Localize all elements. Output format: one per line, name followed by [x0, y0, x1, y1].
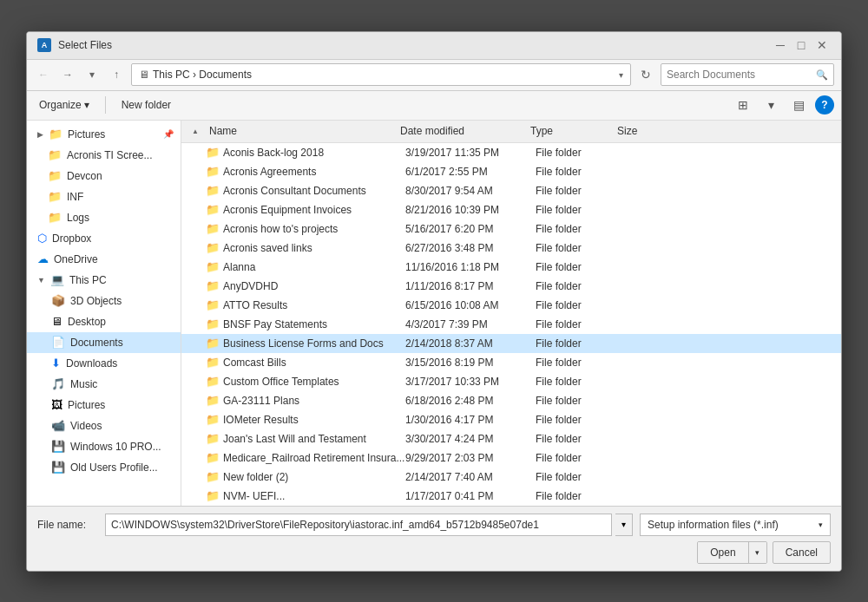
- sidebar-item-pictures-pin[interactable]: ▶ 📁 Pictures 📌: [27, 124, 181, 145]
- filename-dropdown-button[interactable]: ▾: [615, 514, 633, 536]
- table-row[interactable]: 📁 Acronis Consultant Documents 8/30/2017…: [181, 181, 841, 200]
- sidebar-item-3d-objects[interactable]: 📦 3D Objects: [27, 291, 181, 311]
- sidebar-item-onedrive[interactable]: ☁ OneDrive: [27, 249, 181, 270]
- table-row[interactable]: 📁 Custom Office Templates 3/17/2017 10:3…: [181, 372, 841, 391]
- music-icon: 🎵: [51, 377, 65, 390]
- dialog-title: Select Files: [58, 39, 112, 51]
- sidebar-label: 3D Objects: [70, 295, 122, 307]
- col-header-size[interactable]: Size: [614, 125, 838, 137]
- folder-icon: 📁: [49, 128, 62, 141]
- sidebar-label: Devcon: [67, 170, 102, 182]
- table-row[interactable]: 📁 Acronis how to's projects 5/16/2017 6:…: [181, 219, 841, 239]
- sidebar-item-logs[interactable]: 📁 Logs: [27, 207, 181, 228]
- sidebar-item-devcon[interactable]: 📁 Devcon: [27, 166, 181, 186]
- table-row[interactable]: 📁 ATTO Results 6/15/2016 10:08 AM File f…: [181, 296, 841, 315]
- documents-icon: 📄: [51, 336, 65, 349]
- sidebar-item-documents[interactable]: 📄 Documents: [27, 332, 181, 353]
- file-type: File folder: [536, 280, 622, 292]
- folder-icon: 📁: [206, 165, 220, 178]
- sidebar-item-downloads[interactable]: ⬇ Downloads: [27, 353, 181, 374]
- sidebar-item-pictures[interactable]: 🖼 Pictures: [27, 395, 181, 416]
- table-row[interactable]: 📁 IOMeter Results 1/30/2016 4:17 PM File…: [181, 410, 841, 429]
- file-type: File folder: [536, 299, 622, 311]
- table-row[interactable]: 📁 Acronis Equipment Invoices 8/21/2016 1…: [181, 200, 841, 219]
- view-dropdown-button[interactable]: ▾: [760, 94, 782, 116]
- buttons-row: Open ▾ Cancel: [37, 541, 831, 564]
- file-type: File folder: [536, 223, 622, 235]
- table-row[interactable]: 📁 GA-23111 Plans 6/18/2016 2:48 PM File …: [181, 391, 841, 410]
- file-type: File folder: [536, 395, 622, 407]
- search-input[interactable]: [667, 69, 812, 81]
- file-list-container: ▲ Name Date modified Type Size 📁 Acon: [181, 121, 841, 506]
- up-button[interactable]: ↑: [107, 65, 126, 84]
- filetype-select[interactable]: Setup information files (*.inf) ▾: [640, 514, 831, 536]
- organize-label: Organize: [39, 99, 82, 111]
- sidebar-item-desktop[interactable]: 🖥 Desktop: [27, 311, 181, 332]
- minimize-button[interactable]: ─: [772, 36, 789, 54]
- file-name: Medicare_Railroad Retirement Insura...: [223, 452, 405, 464]
- file-type: File folder: [536, 166, 622, 178]
- new-folder-button[interactable]: New folder: [116, 96, 176, 114]
- cancel-button[interactable]: Cancel: [773, 541, 831, 564]
- sidebar-item-this-pc[interactable]: ▼ 💻 This PC: [27, 270, 181, 291]
- recent-button[interactable]: ▾: [82, 65, 102, 84]
- table-row[interactable]: 📁 Medicare_Railroad Retirement Insura...…: [181, 448, 841, 468]
- forward-button[interactable]: →: [58, 65, 77, 84]
- file-date: 3/30/2017 4:24 PM: [405, 433, 536, 445]
- sidebar-item-videos[interactable]: 📹 Videos: [27, 416, 181, 436]
- table-row[interactable]: 📁 Business License Forms and Docs 2/14/2…: [181, 334, 841, 353]
- table-row[interactable]: 📁 Alanna 11/16/2016 1:18 PM File folder: [181, 258, 841, 277]
- videos-icon: 📹: [51, 419, 65, 432]
- filetype-value: Setup information files (*.inf): [648, 519, 779, 531]
- col-header-name[interactable]: Name: [206, 125, 397, 137]
- sidebar-item-acronis-ti[interactable]: 📁 Acronis TI Scree...: [27, 145, 181, 166]
- refresh-button[interactable]: ↻: [636, 65, 655, 84]
- col-header-date[interactable]: Date modified: [397, 125, 527, 137]
- table-row[interactable]: 📁 Acronis saved links 6/27/2016 3:48 PM …: [181, 239, 841, 258]
- help-button[interactable]: ?: [815, 95, 834, 115]
- table-row[interactable]: 📁 Joan's Last Will and Testament 3/30/20…: [181, 429, 841, 448]
- check-all[interactable]: ▲: [185, 128, 206, 135]
- table-row[interactable]: 📁 AnyDVDHD 1/11/2016 8:17 PM File folder: [181, 277, 841, 296]
- view-pane-button[interactable]: ▤: [787, 94, 810, 116]
- filename-input[interactable]: [105, 514, 612, 536]
- organize-button[interactable]: Organize ▾: [34, 96, 95, 114]
- table-row[interactable]: 📁 BNSF Pay Statements 4/3/2017 7:39 PM F…: [181, 315, 841, 334]
- maximize-button[interactable]: □: [792, 36, 810, 54]
- file-date: 1/30/2016 4:17 PM: [405, 414, 536, 426]
- table-row[interactable]: 📁 Aconis Back-log 2018 3/19/2017 11:35 P…: [181, 143, 841, 162]
- folder-icon: 📁: [48, 148, 62, 161]
- open-dropdown-button[interactable]: ▾: [749, 542, 766, 563]
- sidebar-label: Pictures: [68, 399, 105, 411]
- sidebar-label: INF: [67, 191, 83, 203]
- file-type: File folder: [536, 490, 622, 502]
- sidebar-label: Downloads: [66, 357, 117, 370]
- file-name: Acronis how to's projects: [223, 223, 405, 235]
- open-button[interactable]: Open: [698, 542, 747, 563]
- col-header-type[interactable]: Type: [527, 125, 614, 137]
- sidebar: ▶ 📁 Pictures 📌 📁 Acronis TI Scree... 📁 D…: [27, 121, 181, 506]
- table-row[interactable]: 📁 Comcast Bills 3/15/2016 8:19 PM File f…: [181, 353, 841, 372]
- table-row[interactable]: 📁 New folder (2) 2/14/2017 7:40 AM File …: [181, 468, 841, 487]
- desktop-icon: 🖥: [51, 315, 62, 328]
- back-button[interactable]: ←: [34, 65, 53, 84]
- folder-icon: 📁: [206, 184, 220, 197]
- table-row[interactable]: 📁 NVM- UEFI... 1/17/2017 0:41 PM File fo…: [181, 487, 841, 506]
- file-type: File folder: [536, 261, 622, 273]
- address-path[interactable]: 🖥 This PC › Documents ▾: [131, 63, 631, 86]
- sidebar-item-music[interactable]: 🎵 Music: [27, 374, 181, 395]
- file-name: Custom Office Templates: [223, 376, 405, 388]
- close-button[interactable]: ✕: [813, 36, 831, 54]
- folder-icon: 📁: [206, 279, 220, 292]
- sidebar-item-old-users[interactable]: 💾 Old Users Profile...: [27, 457, 181, 478]
- sidebar-item-windows10[interactable]: 💾 Windows 10 PRO...: [27, 436, 181, 457]
- sidebar-item-dropbox[interactable]: ⬡ Dropbox: [27, 228, 181, 249]
- view-dropdown-icon: ▾: [768, 98, 774, 112]
- table-row[interactable]: 📁 Acronis Agreements 6/1/2017 2:55 PM Fi…: [181, 162, 841, 181]
- sidebar-item-inf[interactable]: 📁 INF: [27, 186, 181, 207]
- file-date: 6/15/2016 10:08 AM: [405, 299, 536, 311]
- new-folder-label: New folder: [122, 99, 171, 111]
- file-date: 3/17/2017 10:33 PM: [405, 376, 536, 388]
- view-list-button[interactable]: ⊞: [732, 94, 754, 116]
- folder-icon: 📁: [206, 260, 220, 273]
